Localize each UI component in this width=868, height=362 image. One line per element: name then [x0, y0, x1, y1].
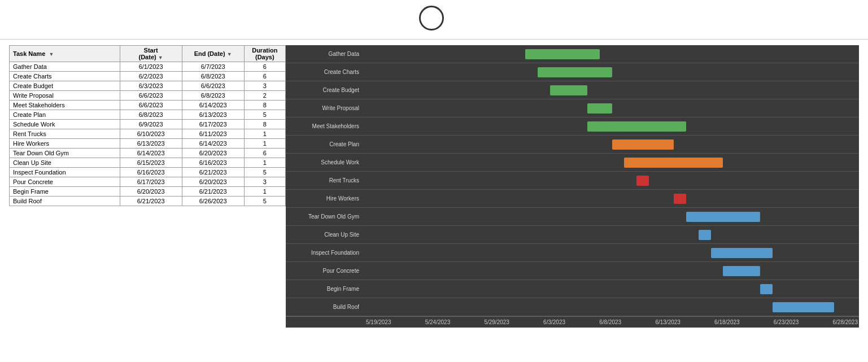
- gantt-bar: [723, 266, 760, 276]
- task-end: 6/20/2023: [182, 149, 244, 158]
- gantt-row: Write Proposal: [286, 99, 859, 117]
- task-duration: 2: [244, 91, 285, 101]
- table-row: Write Proposal 6/6/2023 6/8/2023 2: [10, 91, 286, 101]
- gantt-row-label: Tear Down Old Gym: [286, 213, 365, 220]
- filter-icon[interactable]: ▼: [49, 51, 54, 57]
- table-row: Rent Trucks 6/10/2023 6/11/2023 1: [10, 129, 286, 139]
- task-name: Meet Stakeholders: [10, 101, 120, 110]
- col-header-start: Start(Date) ▼: [120, 46, 182, 62]
- task-name: Create Charts: [10, 72, 120, 81]
- gantt-row: Clean Up Site: [286, 226, 859, 244]
- gantt-row: Tear Down Old Gym: [286, 208, 859, 226]
- task-duration: 5: [244, 168, 285, 177]
- task-end: 6/8/2023: [182, 91, 244, 101]
- task-start: 6/6/2023: [120, 91, 182, 101]
- gantt-row-label: Gather Data: [286, 51, 365, 57]
- task-start: 6/15/2023: [120, 158, 182, 168]
- gantt-bar: [773, 302, 834, 312]
- gantt-bar: [624, 158, 723, 168]
- task-duration: 5: [244, 110, 285, 120]
- gantt-bar: [538, 67, 612, 77]
- gantt-bar-area: [365, 244, 859, 261]
- table-row: Create Charts 6/2/2023 6/8/2023 6: [10, 72, 286, 81]
- logo-circle: [419, 6, 444, 30]
- gantt-bar: [760, 284, 773, 294]
- gantt-row: Build Roof: [286, 298, 859, 316]
- task-duration: 6: [244, 149, 285, 158]
- table-row: Schedule Work 6/9/2023 6/17/2023 8: [10, 120, 286, 129]
- col-header-end: End (Date) ▼: [182, 46, 244, 62]
- table-row: Tear Down Old Gym 6/14/2023 6/20/2023 6: [10, 149, 286, 158]
- table-row: Create Budget 6/3/2023 6/6/2023 3: [10, 81, 286, 91]
- task-start: 6/17/2023: [120, 177, 182, 187]
- task-name: Gather Data: [10, 62, 120, 72]
- task-start: 6/20/2023: [120, 187, 182, 197]
- task-table: Task Name ▼ Start(Date) ▼ End (Date) ▼ D…: [9, 45, 286, 206]
- gantt-bar: [711, 248, 773, 258]
- gantt-bar: [612, 139, 674, 150]
- task-duration: 6: [244, 72, 285, 81]
- table-container: Task Name ▼ Start(Date) ▼ End (Date) ▼ D…: [9, 45, 286, 328]
- task-end: 6/16/2023: [182, 158, 244, 168]
- gantt-row-label: Rent Trucks: [286, 177, 365, 184]
- gantt-row-label: Begin Frame: [286, 286, 365, 292]
- task-end: 6/26/2023: [182, 197, 244, 206]
- filter-icon-start[interactable]: ▼: [158, 55, 163, 60]
- task-duration: 3: [244, 177, 285, 187]
- gantt-row: Pour Concrete: [286, 262, 859, 280]
- gantt-row: Create Charts: [286, 63, 859, 81]
- task-start: 6/9/2023: [120, 120, 182, 129]
- task-start: 6/2/2023: [120, 72, 182, 81]
- task-name: Write Proposal: [10, 91, 120, 101]
- gantt-footer-dates: 5/19/20235/24/20235/29/20236/3/20236/8/2…: [365, 317, 859, 328]
- table-row: Inspect Foundation 6/16/2023 6/21/2023 5: [10, 168, 286, 177]
- task-name: Tear Down Old Gym: [10, 149, 120, 158]
- task-name: Create Plan: [10, 110, 120, 120]
- table-row: Begin Frame 6/20/2023 6/21/2023 1: [10, 187, 286, 197]
- table-row: Pour Concrete 6/17/2023 6/20/2023 3: [10, 177, 286, 187]
- task-end: 6/20/2023: [182, 177, 244, 187]
- col-header-task: Task Name ▼: [10, 46, 120, 62]
- gantt-date-label: 6/13/2023: [654, 319, 682, 325]
- gantt-row-label: Meet Stakeholders: [286, 123, 365, 129]
- task-name: Clean Up Site: [10, 158, 120, 168]
- gantt-bar-area: [365, 280, 859, 298]
- task-end: 6/11/2023: [182, 129, 244, 139]
- gantt-row-label: Clean Up Site: [286, 232, 365, 238]
- task-end: 6/7/2023: [182, 62, 244, 72]
- task-start: 6/1/2023: [120, 62, 182, 72]
- gantt-row: Schedule Work: [286, 154, 859, 172]
- task-end: 6/21/2023: [182, 187, 244, 197]
- task-end: 6/17/2023: [182, 120, 244, 129]
- gantt-row-label: Inspect Foundation: [286, 250, 365, 256]
- gantt-row: Rent Trucks: [286, 172, 859, 190]
- task-start: 6/10/2023: [120, 129, 182, 139]
- task-end: 6/6/2023: [182, 81, 244, 91]
- gantt-bar: [587, 121, 686, 132]
- task-end: 6/13/2023: [182, 110, 244, 120]
- gantt-row: Create Plan: [286, 136, 859, 154]
- top-bar: [0, 0, 868, 40]
- col-header-duration: Duration(Days): [244, 46, 285, 62]
- gantt-bar-area: [365, 190, 859, 207]
- gantt-bar-area: [365, 154, 859, 171]
- gantt-bar-area: [365, 63, 859, 81]
- gantt-bar-area: [365, 298, 859, 316]
- filter-icon-end[interactable]: ▼: [227, 51, 232, 57]
- gantt-footer: 5/19/20235/24/20235/29/20236/3/20236/8/2…: [286, 316, 859, 328]
- gantt-row-label: Create Budget: [286, 87, 365, 93]
- gantt-date-label: 6/18/2023: [713, 319, 741, 325]
- task-duration: 1: [244, 158, 285, 168]
- task-end: 6/8/2023: [182, 72, 244, 81]
- gantt-footer-spacer: [286, 317, 365, 328]
- gantt-inner: Gather Data Create Charts Create Budget …: [286, 45, 859, 328]
- gantt-date-label: 6/28/2023: [832, 319, 860, 325]
- task-duration: 8: [244, 120, 285, 129]
- gantt-bar-area: [365, 81, 859, 99]
- header: [0, 0, 868, 9]
- task-name: Begin Frame: [10, 187, 120, 197]
- task-start: 6/13/2023: [120, 139, 182, 149]
- task-name: Rent Trucks: [10, 129, 120, 139]
- gantt-bar-area: [365, 99, 859, 117]
- task-duration: 1: [244, 129, 285, 139]
